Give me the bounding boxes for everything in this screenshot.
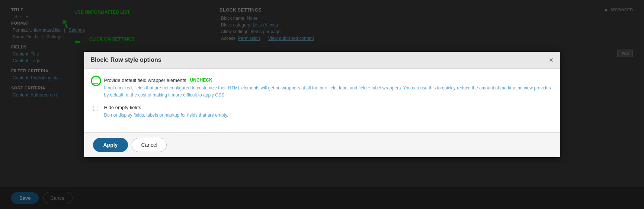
modal-cancel-button[interactable]: Cancel [132, 138, 167, 152]
modal-close-button[interactable]: × [549, 56, 554, 64]
modal-header: Block: Row style options × [84, 52, 560, 69]
apply-button[interactable]: Apply [93, 138, 128, 152]
checkbox2-label-group: Hide empty fields Do not display fields,… [104, 105, 551, 119]
modal-body: Provide default field wrapper elements U… [84, 69, 560, 133]
uncheck-annotation: UNCHECK [190, 77, 212, 83]
checkbox1-description: If not checked, fields that are not conf… [104, 85, 551, 99]
checkbox2-label: Hide empty fields [104, 105, 141, 110]
checkbox1-label: Provide default field wrapper elements [104, 77, 186, 83]
checkbox1-label-group: Provide default field wrapper elements U… [104, 77, 551, 99]
provide-default-wrapper-checkbox[interactable] [93, 79, 98, 84]
background-page: TITLE Title: test FORMAT Format: Unforma… [0, 0, 644, 209]
checkbox1-wrapper [93, 78, 101, 85]
checkbox2-description: Do not display fields, labels or markup … [104, 112, 551, 119]
modal-footer: Apply Cancel [84, 132, 560, 157]
modal-title: Block: Row style options [91, 57, 161, 63]
checkbox1-row: Provide default field wrapper elements U… [93, 77, 551, 99]
modal-overlay: Block: Row style options × Provide defau… [0, 0, 644, 209]
checkbox2-row: Hide empty fields Do not display fields,… [93, 105, 551, 119]
modal-dialog: Block: Row style options × Provide defau… [84, 52, 560, 158]
hide-empty-fields-checkbox[interactable] [93, 106, 98, 111]
